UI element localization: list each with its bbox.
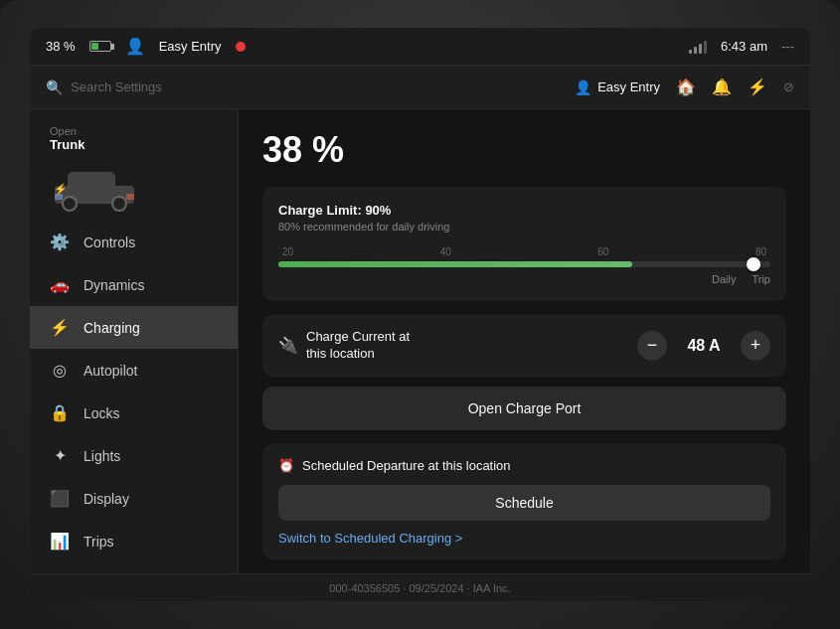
charging-label: Charging <box>84 320 140 336</box>
sidebar-item-dynamics[interactable]: 🚗 Dynamics <box>30 263 238 306</box>
scheduled-title: ⏰ Scheduled Departure at this location <box>278 458 770 473</box>
lights-label: Lights <box>84 448 120 464</box>
charge-current-label: 🔌 Charge Current atthis location <box>278 329 410 363</box>
search-input[interactable]: Search Settings <box>71 79 162 94</box>
car-info: Open Trunk ⚡ <box>30 117 238 221</box>
sidebar-item-lights[interactable]: ✦ Lights <box>30 434 238 477</box>
svg-point-2 <box>63 197 77 211</box>
charge-slider-fill <box>278 261 632 267</box>
sidebar-item-trips[interactable]: 📊 Trips <box>30 520 238 562</box>
signal-off-icon[interactable]: ⊘ <box>783 79 794 94</box>
charge-current-text: Charge Current atthis location <box>306 329 410 363</box>
svg-rect-1 <box>68 172 115 190</box>
signal-bars <box>689 40 707 54</box>
status-bar: 38 % 👤 Easy Entry 6:43 am --- <box>30 28 810 66</box>
nav-right: 👤 Easy Entry 🏠 🔔 ⚡ ⊘ <box>575 78 794 96</box>
screen: 38 % 👤 Easy Entry 6:43 am --- 🔍 Search S… <box>30 28 810 601</box>
open-charge-port-button[interactable]: Open Charge Port <box>262 387 786 430</box>
increase-button[interactable]: + <box>741 331 770 361</box>
trunk-label: Trunk <box>50 137 84 152</box>
car-silhouette: ⚡ <box>50 158 139 217</box>
sidebar-item-controls[interactable]: ⚙️ Controls <box>30 221 238 263</box>
svg-point-3 <box>112 197 126 211</box>
sidebar-items: ⚙️ Controls 🚗 Dynamics ⚡ Charging ◎ Auto… <box>30 221 238 573</box>
svg-text:⚡: ⚡ <box>54 182 68 196</box>
battery-large-display: 38 % <box>262 129 786 171</box>
daily-tag: Daily <box>712 273 736 285</box>
slider-label-80: 80 <box>756 246 766 257</box>
home-icon[interactable]: 🏠 <box>676 78 696 96</box>
scheduled-departure-section: ⏰ Scheduled Departure at this location S… <box>262 444 786 559</box>
search-bar[interactable]: 🔍 Search Settings <box>46 79 563 95</box>
charge-limit-title: Charge Limit: 90% <box>278 203 770 218</box>
trip-tag: Trip <box>752 273 770 285</box>
charge-current-section: 🔌 Charge Current atthis location − 48 A … <box>262 315 786 377</box>
charge-limit-sub: 80% recommended for daily driving <box>278 221 770 233</box>
status-dashes: --- <box>781 39 794 54</box>
autopilot-icon: ◎ <box>50 361 70 380</box>
rec-indicator <box>236 42 246 52</box>
sidebar-item-display[interactable]: ⬛ Display <box>30 477 238 520</box>
dynamics-icon: 🚗 <box>50 275 70 294</box>
nav-easy-entry-label: Easy Entry <box>597 79 660 94</box>
top-nav: 🔍 Search Settings 👤 Easy Entry 🏠 🔔 ⚡ ⊘ <box>30 66 810 109</box>
scheduled-title-text: Scheduled Departure at this location <box>302 458 511 473</box>
trips-icon: 📊 <box>50 532 70 550</box>
charging-icon: ⚡ <box>50 318 70 337</box>
charge-slider-track[interactable] <box>278 261 770 267</box>
slider-label-40: 40 <box>440 246 451 257</box>
controls-label: Controls <box>84 235 135 250</box>
slider-label-20: 20 <box>282 246 293 257</box>
nav-person-icon: 👤 <box>575 79 591 95</box>
sidebar-item-charging[interactable]: ⚡ Charging <box>30 306 238 349</box>
dynamics-label: Dynamics <box>84 277 144 293</box>
charge-slider-thumb[interactable] <box>747 257 760 271</box>
time-display: 6:43 am <box>721 39 767 54</box>
person-icon-status: 👤 <box>125 37 145 56</box>
lights-icon: ✦ <box>50 446 70 465</box>
sidebar-item-navigation[interactable]: ▲ Navigation <box>30 562 238 573</box>
display-label: Display <box>84 491 129 507</box>
nav-easy-entry: 👤 Easy Entry <box>575 79 660 95</box>
trips-label: Trips <box>84 534 114 550</box>
plug-icon: 🔌 <box>278 336 298 355</box>
slider-label-60: 60 <box>597 246 608 257</box>
footer-text: 000-40356505 · 09/25/2024 · IAA Inc. <box>329 582 510 594</box>
content-panel: 38 % Charge Limit: 90% 80% recommended f… <box>239 109 810 573</box>
display-icon: ⬛ <box>50 489 70 508</box>
search-icon: 🔍 <box>46 79 63 95</box>
schedule-button[interactable]: Schedule <box>278 485 770 521</box>
locks-icon: 🔒 <box>50 403 70 422</box>
slider-labels: 20 40 60 80 <box>278 246 770 257</box>
decrease-button[interactable]: − <box>637 331 667 361</box>
battery-percentage: 38 % <box>46 39 76 54</box>
switch-charging-link[interactable]: Switch to Scheduled Charging > <box>278 531 770 546</box>
sidebar-item-locks[interactable]: 🔒 Locks <box>30 392 238 434</box>
sidebar-item-autopilot[interactable]: ◎ Autopilot <box>30 349 238 392</box>
open-label: Open <box>50 125 77 137</box>
main-area: Open Trunk ⚡ <box>30 109 810 573</box>
clock-icon: ⏰ <box>278 458 294 473</box>
footer: 000-40356505 · 09/25/2024 · IAA Inc. <box>30 573 810 601</box>
svg-rect-5 <box>126 194 134 200</box>
battery-icon <box>89 41 111 52</box>
charge-limit-section: Charge Limit: 90% 80% recommended for da… <box>262 187 786 301</box>
bluetooth-icon[interactable]: ⚡ <box>748 78 767 96</box>
locks-label: Locks <box>84 405 120 421</box>
charge-current-controls: − 48 A + <box>637 331 770 361</box>
status-easy-entry: Easy Entry <box>159 39 222 54</box>
bezel: 38 % 👤 Easy Entry 6:43 am --- 🔍 Search S… <box>0 0 840 629</box>
autopilot-label: Autopilot <box>84 363 137 379</box>
slider-tags: Daily Trip <box>278 273 770 285</box>
sidebar: Open Trunk ⚡ <box>30 109 239 573</box>
bell-icon[interactable]: 🔔 <box>712 78 732 96</box>
controls-icon: ⚙️ <box>50 233 70 251</box>
charge-current-value: 48 A <box>679 337 729 355</box>
